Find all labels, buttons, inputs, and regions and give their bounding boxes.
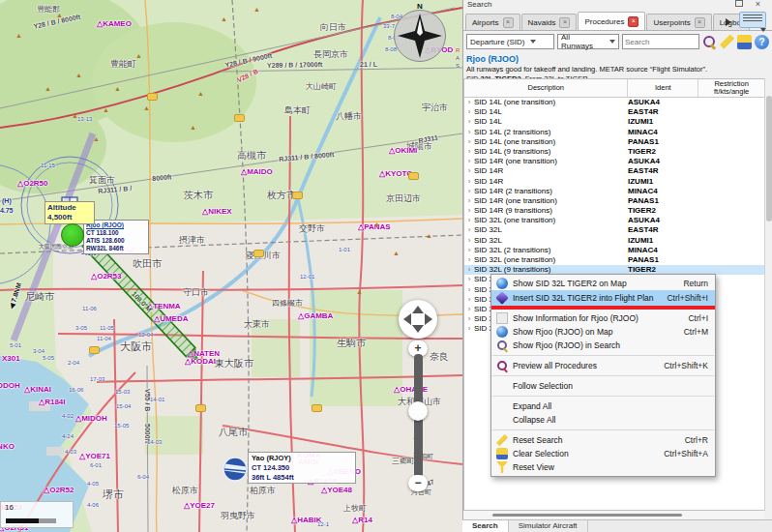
menu-separator (492, 355, 714, 356)
table-row[interactable]: ›SID 32LEAST4R (464, 225, 764, 235)
row-expander-icon[interactable]: › (464, 196, 474, 206)
table-row[interactable]: ›SID 14L (9 transitions)TIGER2 (464, 147, 764, 157)
row-expander-icon[interactable]: › (464, 177, 474, 187)
column-restriction[interactable]: Restriction ft/kts/angle (698, 79, 764, 97)
table-row[interactable]: ›SID 14L (2 transitions)MINAC4 (464, 128, 764, 137)
bottom-tab-search[interactable]: Search (462, 520, 509, 532)
tab-close-icon[interactable]: × (559, 17, 570, 28)
table-row[interactable]: ›SID 14R (2 transitions)MINAC4 (464, 187, 764, 196)
mountain-peak-icon: ▲ (253, 6, 260, 13)
pan-right-icon[interactable] (425, 313, 432, 325)
zoom-out-button[interactable]: − (408, 475, 428, 491)
tab-list-button[interactable] (739, 12, 766, 28)
departure-filter-select[interactable]: Departure (SID) (466, 34, 554, 49)
menu-item-insert-sid-32l-tiger2-into-flight-plan[interactable]: Insert SID 32L TIGER2 into Flight PlanCt… (491, 290, 715, 306)
table-row[interactable]: ›SID 14RIZUMI1 (464, 177, 764, 187)
table-vertical-scrollbar[interactable] (764, 78, 772, 511)
row-expander-icon[interactable]: › (464, 137, 474, 147)
row-expander-icon[interactable]: › (464, 314, 474, 324)
help-icon[interactable]: ? (755, 35, 769, 49)
column-description[interactable]: Description (464, 79, 628, 97)
row-expander-icon[interactable]: › (464, 216, 474, 225)
row-expander-icon[interactable]: › (464, 236, 474, 246)
row-expander-icon[interactable]: › (464, 246, 474, 255)
row-expander-icon[interactable]: › (464, 147, 474, 157)
table-row[interactable]: ›SID 32L (one transition)ASUKA4 (464, 216, 764, 225)
row-expander-icon[interactable]: › (464, 157, 474, 166)
clear-selection-icon[interactable] (737, 35, 752, 49)
row-expander-icon[interactable]: › (464, 128, 474, 137)
row-expander-icon[interactable]: › (464, 275, 474, 284)
reset-search-icon[interactable] (720, 35, 734, 49)
table-row[interactable]: ›SID 14R (9 transitions)TIGER2 (464, 206, 764, 216)
row-expander-icon[interactable]: › (464, 255, 474, 265)
row-expander-icon[interactable]: › (464, 305, 474, 314)
road-shield-icon (234, 114, 245, 122)
preview-procedures-icon[interactable] (702, 35, 717, 49)
column-ident[interactable]: Ident (628, 79, 698, 97)
table-row[interactable]: ›SID 14R (one transition)ASUKA4 (464, 157, 764, 166)
tab-close-icon[interactable]: × (628, 16, 638, 27)
table-row[interactable]: ›SID 14L (one transition)PANAS1 (464, 137, 764, 147)
row-expander-icon[interactable]: › (464, 324, 474, 334)
map-canvas[interactable]: 豊能郡向日市長岡京市豊能町大山崎町宇治市島本町八幡市城陽市高槻市箕面市茨木市枚方… (0, 0, 462, 532)
map-airway-label: Y289 / B / 17000ft (267, 61, 322, 69)
info-icon (496, 312, 508, 324)
tab-close-icon[interactable]: × (503, 17, 514, 28)
procedure-search-input[interactable] (622, 34, 699, 49)
table-row[interactable]: ›SID 14LIZUMI1 (464, 117, 764, 127)
row-expander-icon[interactable]: › (464, 98, 474, 107)
row-expander-icon[interactable]: › (464, 265, 474, 275)
row-expander-icon[interactable]: › (464, 285, 474, 295)
menu-item-reset-view[interactable]: Reset View (491, 460, 715, 474)
menu-item-show-information-for-rjoo-rjoo-[interactable]: Show Information for Rjoo (RJOO)Ctrl+I (491, 311, 715, 325)
horizontal-scrollbar-thumb[interactable] (492, 514, 682, 517)
row-expander-icon[interactable]: › (464, 206, 474, 216)
tab-airports[interactable]: Airports× (465, 14, 520, 30)
zoom-slider-thumb[interactable] (408, 401, 428, 421)
tab-procedures[interactable]: Procedures× (578, 12, 645, 30)
menu-item-follow-selection[interactable]: Follow Selection (491, 379, 715, 393)
menu-item-show-sid-32l-tiger2-on-map[interactable]: Show SID 32L TIGER2 on MapReturn (491, 277, 715, 290)
menu-item-reset-search[interactable]: Reset SearchCtrl+R (491, 433, 715, 447)
pan-left-icon[interactable] (403, 313, 411, 325)
runway-filter-select[interactable]: All Runways (557, 34, 619, 49)
menu-item-collapse-all[interactable]: Collapse All (491, 413, 715, 427)
menu-item-expand-all[interactable]: Expand All (491, 399, 715, 413)
dock-close-icon[interactable]: × (752, 0, 764, 10)
map-junction-label: 12-01 (300, 274, 314, 280)
table-horizontal-scrollbar[interactable] (463, 511, 764, 519)
menu-item-clear-selection[interactable]: Clear SelectionCtrl+Shift+A (491, 447, 715, 460)
tab-close-icon[interactable]: × (695, 17, 705, 28)
map-junction-label: 12-04 (138, 332, 153, 338)
user-aircraft-icon[interactable] (61, 223, 84, 247)
menu-item-preview-all-procedures[interactable]: Preview all ProceduresCtrl+Shift+K (491, 359, 715, 372)
tab-scroll-right-icon[interactable] (726, 18, 731, 26)
table-row[interactable]: ›SID 14L (one transition)ASUKA4 (464, 98, 764, 107)
table-row[interactable]: ›SID 14R (one transition)PANAS1 (464, 196, 764, 206)
bottom-tab-simulator-aircraft[interactable]: Simulator Aircraft (509, 520, 588, 532)
airport-link[interactable]: Rjoo (RJOO) (466, 54, 519, 64)
tab-navaids[interactable]: Navaids× (521, 14, 578, 30)
menu-separator (492, 396, 714, 397)
table-row[interactable]: ›SID 14REAST4R (464, 166, 764, 176)
row-expander-icon[interactable]: › (464, 166, 474, 176)
row-expander-icon[interactable]: › (464, 107, 474, 117)
menu-item-show-rjoo-rjoo-on-map[interactable]: Show Rjoo (RJOO) on MapCtrl+M (491, 325, 715, 339)
menu-item-show-rjoo-rjoo-in-search[interactable]: Show Rjoo (RJOO) in Search (491, 339, 715, 352)
row-expander-icon[interactable]: › (464, 225, 474, 235)
row-expander-icon[interactable]: › (464, 187, 474, 196)
table-row[interactable]: ›SID 32L (one transition)PANAS1 (464, 255, 764, 265)
vertical-scrollbar-thumb[interactable] (766, 96, 772, 222)
map-pan-control[interactable] (399, 300, 437, 339)
pan-down-icon[interactable] (412, 325, 424, 333)
pan-up-icon[interactable] (412, 306, 424, 313)
table-row[interactable]: ›SID 32L (2 transitions)MINAC4 (464, 246, 764, 255)
row-expander-icon[interactable]: › (464, 295, 474, 305)
table-row[interactable]: ›SID 32LIZUMI1 (464, 236, 764, 246)
map-zoom-slider[interactable]: + − (407, 340, 429, 491)
tab-userpoints[interactable]: Userpoints× (646, 14, 711, 30)
dock-float-icon[interactable] (732, 0, 745, 10)
table-row[interactable]: ›SID 14LEAST4R (464, 107, 764, 117)
row-expander-icon[interactable]: › (464, 117, 474, 127)
